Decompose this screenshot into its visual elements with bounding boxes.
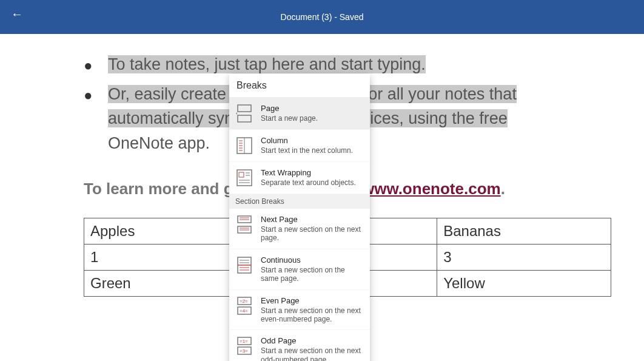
bullet-icon: ● (84, 82, 108, 156)
dropdown-section-label: Section Breaks (229, 194, 370, 209)
break-option-textwrap[interactable]: Text Wrapping Separate text around objec… (229, 162, 370, 194)
svg-rect-10 (239, 172, 244, 177)
list-item: ● To take notes, just tap here and start… (84, 52, 611, 77)
continuous-icon (235, 255, 253, 275)
option-title: Page (261, 104, 318, 113)
option-desc: Start a new section on the next even-num… (261, 306, 364, 324)
learn-suffix: . (501, 180, 505, 198)
option-desc: Separate text around objects. (261, 178, 356, 187)
document-title: Document (3) - Saved (0, 12, 644, 22)
dd-text: Text Wrapping Separate text around objec… (261, 168, 356, 187)
table-cell[interactable]: Bananas (437, 218, 611, 245)
option-desc: Start text in the next column. (261, 146, 353, 155)
column-break-icon (235, 136, 253, 155)
highlighted-text: To take notes, just tap here and start t… (108, 55, 426, 73)
option-desc: Start a new section on the same page. (261, 266, 364, 283)
option-desc: Start a new page. (261, 114, 318, 123)
svg-text:=2=: =2= (240, 299, 248, 304)
table-cell[interactable]: Yellow (437, 271, 611, 297)
break-option-column[interactable]: Column Start text in the next column. (229, 130, 370, 162)
dd-text: Odd Page Start a new section on the next… (261, 336, 364, 361)
dd-text: Continuous Start a new section on the sa… (261, 255, 364, 283)
back-arrow-icon[interactable]: ← (11, 7, 23, 21)
bullet-text-1: To take notes, just tap here and start t… (108, 52, 611, 77)
svg-rect-0 (238, 105, 251, 112)
bullet-icon: ● (84, 52, 108, 77)
dd-text: Even Page Start a new section on the nex… (261, 296, 364, 324)
option-title: Next Page (261, 215, 364, 224)
text-wrapping-icon (235, 168, 253, 187)
option-title: Odd Page (261, 336, 364, 345)
even-page-icon: =2==4= (235, 296, 253, 315)
option-desc: Start a new section on the next page. (261, 225, 364, 243)
dd-text: Column Start text in the next column. (261, 136, 353, 155)
plain-text: OneNote app. (108, 134, 210, 152)
svg-rect-1 (238, 115, 251, 122)
svg-text:=4=: =4= (240, 308, 248, 314)
svg-text:=3=: =3= (240, 348, 248, 354)
title-bar: ← Document (3) - Saved (0, 0, 644, 34)
option-title: Continuous (261, 255, 364, 265)
option-title: Column (261, 136, 353, 145)
breaks-dropdown: Breaks Page Start a new page. Column Sta… (229, 74, 370, 361)
dropdown-header: Breaks (229, 74, 370, 98)
dd-text: Page Start a new page. (261, 104, 318, 123)
break-option-page[interactable]: Page Start a new page. (229, 98, 370, 130)
break-option-next-page[interactable]: Next Page Start a new section on the nex… (229, 209, 370, 249)
option-title: Text Wrapping (261, 168, 356, 177)
svg-text:=1=: =1= (240, 339, 248, 344)
option-desc: Start a new section on the next odd-numb… (261, 346, 364, 361)
break-option-odd-page[interactable]: =1==3= Odd Page Start a new section on t… (229, 330, 370, 361)
page-break-icon (235, 104, 253, 123)
break-option-continuous[interactable]: Continuous Start a new section on the sa… (229, 249, 370, 290)
onenote-link[interactable]: www.onenote.com (362, 180, 501, 198)
next-page-icon (235, 215, 253, 234)
option-title: Even Page (261, 296, 364, 305)
break-option-even-page[interactable]: =2==4= Even Page Start a new section on … (229, 290, 370, 331)
table-cell[interactable]: 3 (437, 245, 611, 271)
odd-page-icon: =1==3= (235, 336, 253, 356)
dd-text: Next Page Start a new section on the nex… (261, 215, 364, 243)
